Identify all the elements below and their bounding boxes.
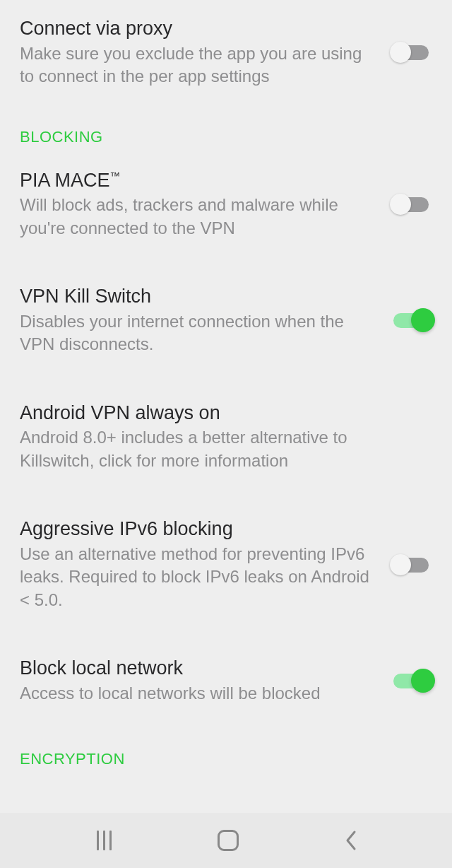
setting-title: Aggressive IPv6 blocking — [20, 517, 376, 541]
setting-subtitle: Android 8.0+ includes a better alternati… — [20, 426, 418, 472]
setting-subtitle: Access to local networks will be blocked — [20, 682, 376, 705]
nav-recent-button[interactable] — [95, 831, 114, 850]
setting-pia-mace[interactable]: PIA MACE™ Will block ads, trackers and m… — [20, 152, 432, 257]
section-encryption: ENCRYPTION — [20, 722, 432, 774]
toggle-pia-mace[interactable] — [390, 192, 432, 216]
setting-aggressive-ipv6[interactable]: Aggressive IPv6 blocking Use an alternat… — [20, 489, 432, 628]
nav-home-button[interactable] — [218, 830, 239, 851]
section-blocking: BLOCKING — [20, 105, 432, 152]
setting-title: Connect via proxy — [20, 17, 376, 41]
setting-subtitle: Make sure you exclude the app you are us… — [20, 42, 376, 88]
setting-text: VPN Kill Switch Disables your internet c… — [20, 285, 390, 356]
setting-text: Connect via proxy Make sure you exclude … — [20, 17, 390, 88]
setting-android-vpn-always-on[interactable]: Android VPN always on Android 8.0+ inclu… — [20, 373, 432, 490]
setting-title: PIA MACE™ — [20, 169, 376, 193]
setting-title: Android VPN always on — [20, 401, 418, 426]
nav-back-button[interactable] — [343, 829, 357, 852]
setting-text: Aggressive IPv6 blocking Use an alternat… — [20, 517, 390, 611]
toggle-connect-via-proxy[interactable] — [390, 40, 432, 64]
toggle-vpn-kill-switch[interactable] — [390, 308, 432, 332]
setting-subtitle: Disables your internet connection when t… — [20, 310, 376, 356]
setting-text: Android VPN always on Android 8.0+ inclu… — [20, 401, 432, 473]
setting-vpn-kill-switch[interactable]: VPN Kill Switch Disables your internet c… — [20, 257, 432, 373]
android-navbar — [0, 813, 452, 868]
setting-subtitle: Use an alternative method for preventing… — [20, 543, 376, 611]
toggle-aggressive-ipv6[interactable] — [390, 553, 432, 577]
setting-title: VPN Kill Switch — [20, 285, 376, 309]
setting-connect-via-proxy[interactable]: Connect via proxy Make sure you exclude … — [20, 0, 432, 105]
setting-title: Block local network — [20, 657, 376, 681]
toggle-block-local-network[interactable] — [390, 669, 432, 693]
setting-text: PIA MACE™ Will block ads, trackers and m… — [20, 169, 390, 240]
setting-block-local-network[interactable]: Block local network Access to local netw… — [20, 628, 432, 722]
setting-text: Block local network Access to local netw… — [20, 657, 390, 705]
setting-subtitle: Will block ads, trackers and malware whi… — [20, 194, 376, 240]
